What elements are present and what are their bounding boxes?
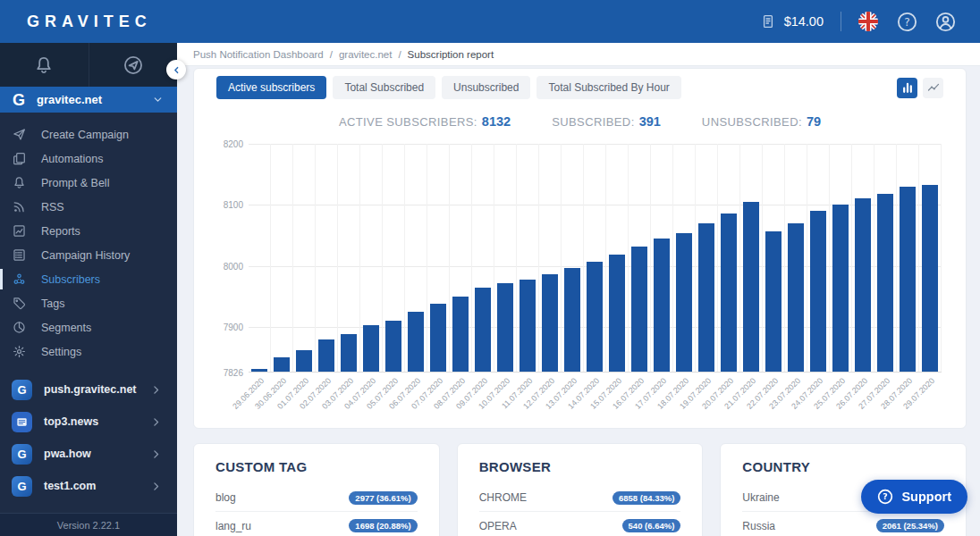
gravitec-logo[interactable]: GRAVITEC bbox=[27, 13, 152, 31]
subscribers-bar-chart: 8200810080007900782629.06.202030.06.2020… bbox=[216, 140, 943, 424]
row-label: lang_ru bbox=[215, 520, 251, 532]
count-badge: 540 (6.64%) bbox=[622, 519, 681, 532]
sidebar-item-campaign-history[interactable]: Campaign History bbox=[0, 243, 177, 267]
stat-subscribed: SUBSCRIBED:391 bbox=[552, 114, 661, 129]
sidebar-tabs bbox=[0, 43, 177, 87]
bar[interactable] bbox=[743, 202, 759, 372]
bar[interactable] bbox=[810, 211, 826, 372]
chart-column: 25.07.2020 bbox=[830, 144, 852, 372]
bar[interactable] bbox=[341, 334, 357, 372]
bar-chart-toggle-button[interactable] bbox=[897, 78, 917, 98]
bar[interactable] bbox=[564, 268, 580, 372]
bar[interactable] bbox=[318, 339, 334, 372]
notifications-tab[interactable] bbox=[0, 43, 89, 87]
bar[interactable] bbox=[609, 255, 625, 372]
breadcrumb-item[interactable]: Push Notification Dashboard bbox=[193, 49, 324, 60]
help-button[interactable]: ? bbox=[897, 11, 918, 32]
bar[interactable] bbox=[922, 185, 938, 372]
chart-column: 16.07.2020 bbox=[629, 144, 651, 372]
sidebar-item-create-campaign[interactable]: Create Campaign bbox=[0, 122, 177, 147]
bar[interactable] bbox=[408, 312, 424, 372]
bar[interactable] bbox=[877, 194, 893, 372]
bar[interactable] bbox=[765, 231, 781, 372]
bar[interactable] bbox=[855, 198, 871, 372]
bar[interactable] bbox=[542, 274, 558, 372]
bar[interactable] bbox=[900, 187, 916, 372]
bar[interactable] bbox=[452, 297, 469, 372]
bar[interactable] bbox=[385, 321, 401, 372]
sidebar-item-prompt-bell[interactable]: Prompt & Bell bbox=[0, 171, 177, 195]
tab-total-subscribed[interactable]: Total Subscribed bbox=[333, 76, 435, 99]
bar[interactable] bbox=[788, 223, 804, 372]
sidebar-item-rss[interactable]: RSS bbox=[0, 195, 177, 219]
sidebar-item-label: Subscribers bbox=[41, 273, 100, 286]
site-name: push.gravitec.net bbox=[44, 383, 139, 396]
bar[interactable] bbox=[631, 247, 647, 372]
bar[interactable] bbox=[497, 283, 513, 372]
row-label: blog bbox=[215, 491, 236, 504]
card-row: OPERA540 (6.64%) bbox=[479, 512, 681, 536]
chart-type-switcher bbox=[897, 78, 943, 98]
bar[interactable] bbox=[274, 357, 290, 372]
campaigns-tab[interactable] bbox=[89, 43, 178, 87]
card-row: CHROME6858 (84.33%) bbox=[479, 484, 681, 512]
bar[interactable] bbox=[430, 304, 446, 372]
chart-column: 09.07.2020 bbox=[472, 144, 494, 372]
support-button[interactable]: ? Support bbox=[861, 480, 967, 514]
chevron-right-icon bbox=[150, 416, 162, 428]
site-row-pwa-how[interactable]: Gpwa.how bbox=[0, 438, 177, 470]
subscribers-icon bbox=[13, 272, 26, 286]
bar[interactable] bbox=[654, 239, 670, 372]
active-site-selector[interactable]: G gravitec.net bbox=[0, 87, 177, 113]
breadcrumb-item: Subscription report bbox=[408, 49, 494, 60]
site-row-top3-news[interactable]: top3.news bbox=[0, 406, 177, 438]
sidebar-item-segments[interactable]: Segments bbox=[0, 315, 177, 339]
chevron-right-icon bbox=[150, 384, 162, 396]
chart-column: 30.06.2020 bbox=[271, 144, 293, 372]
profile-button[interactable] bbox=[935, 11, 957, 32]
chart-column: 22.07.2020 bbox=[763, 144, 785, 372]
row-label: Ukraine bbox=[742, 491, 779, 504]
bar[interactable] bbox=[587, 262, 603, 372]
line-chart-toggle-button[interactable] bbox=[923, 78, 943, 98]
billing-button[interactable]: $14.00 bbox=[761, 14, 824, 29]
chart-column: 02.07.2020 bbox=[316, 144, 338, 372]
bar[interactable] bbox=[520, 280, 536, 372]
chart-column: 21.07.2020 bbox=[740, 144, 763, 372]
card-browser: BROWSERCHROME6858 (84.33%)OPERA540 (6.64… bbox=[457, 443, 704, 536]
report-toolbar: Active subscribersTotal SubscribedUnsubs… bbox=[216, 76, 943, 99]
site-row-test1-com[interactable]: Gtest1.com bbox=[0, 470, 177, 502]
sidebar-item-tags[interactable]: Tags bbox=[0, 291, 177, 315]
question-icon: ? bbox=[877, 489, 893, 505]
campaign-icon bbox=[13, 128, 26, 141]
bar[interactable] bbox=[832, 205, 849, 372]
tab-total-subscribed-by-hour[interactable]: Total Subscribed By Hour bbox=[536, 76, 680, 99]
sidebar-item-settings[interactable]: Settings bbox=[0, 339, 177, 364]
gravitec-site-logo: G bbox=[12, 444, 32, 465]
profile-icon bbox=[935, 12, 957, 32]
row-label: OPERA bbox=[479, 520, 517, 532]
report-tabs: Active subscribersTotal SubscribedUnsubs… bbox=[216, 76, 681, 99]
bar[interactable] bbox=[721, 214, 737, 372]
tab-unsubscribed[interactable]: Unsubscribed bbox=[442, 76, 530, 99]
chart-column: 20.07.2020 bbox=[718, 144, 740, 372]
card-title: BROWSER bbox=[479, 459, 681, 474]
sidebar-item-subscribers[interactable]: Subscribers bbox=[0, 267, 177, 291]
bar[interactable] bbox=[363, 325, 379, 372]
chart-column: 05.07.2020 bbox=[383, 144, 405, 372]
bar[interactable] bbox=[475, 288, 491, 372]
row-label: Russia bbox=[742, 520, 775, 532]
chart-column: 18.07.2020 bbox=[673, 144, 696, 372]
main-content: Push Notification Dashboard/gravitec.net… bbox=[177, 43, 980, 536]
bar[interactable] bbox=[251, 369, 267, 372]
sidebar-collapse-button[interactable] bbox=[166, 60, 186, 80]
bar[interactable] bbox=[676, 233, 692, 372]
bar[interactable] bbox=[698, 223, 714, 372]
sidebar-item-reports[interactable]: Reports bbox=[0, 219, 177, 243]
sidebar-item-automations[interactable]: Automations bbox=[0, 147, 177, 171]
bar[interactable] bbox=[296, 350, 312, 372]
language-flag-button[interactable] bbox=[858, 11, 880, 32]
tab-active-subscribers[interactable]: Active subscribers bbox=[216, 76, 326, 99]
breadcrumb-item[interactable]: gravitec.net bbox=[339, 49, 392, 60]
site-row-push-gravitec-net[interactable]: Gpush.gravitec.net bbox=[0, 373, 177, 406]
